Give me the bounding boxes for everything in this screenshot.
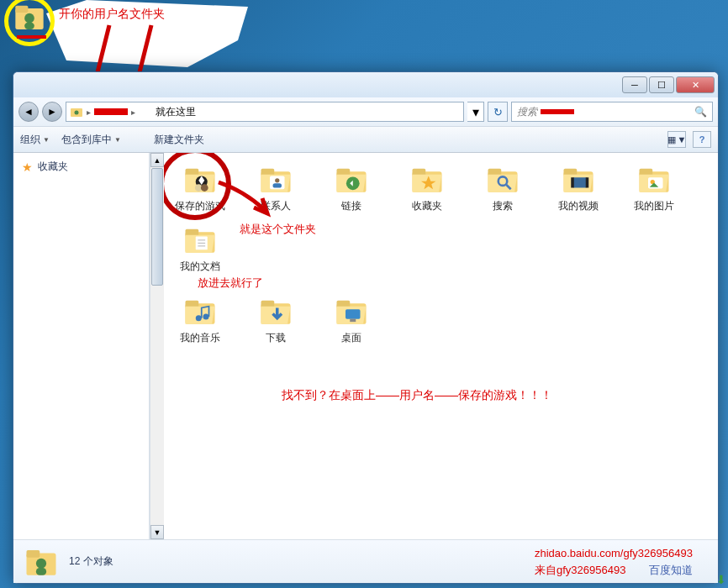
- folder-item-games[interactable]: 保存的游戏: [171, 161, 229, 212]
- back-button[interactable]: ◄: [18, 102, 39, 122]
- svg-rect-15: [273, 183, 282, 187]
- nav-bar: ◄ ► ▸ ▸ 就在这里 ▾ ↻ 搜索 🔍: [13, 97, 718, 126]
- svg-rect-53: [36, 568, 46, 575]
- search-box[interactable]: 搜索 🔍: [511, 102, 713, 122]
- music-folder-icon: [180, 293, 220, 328]
- sidebar-favorites[interactable]: ★ 收藏夹: [13, 156, 149, 177]
- svg-point-14: [275, 178, 279, 182]
- download-corner-icon: ⬇: [716, 573, 726, 586]
- folder-label: 我的图片: [634, 200, 674, 212]
- scroll-thumb[interactable]: [151, 168, 163, 286]
- user-folder-desktop-icon[interactable]: [13, 0, 46, 34]
- svg-point-2: [24, 13, 34, 24]
- new-folder-button[interactable]: 新建文件夹: [154, 133, 204, 147]
- svg-rect-28: [571, 177, 574, 187]
- content-area: ★ 收藏夹 ▲ ▼ 保存的游戏联系人链接收藏夹搜索我的视频我的图片我的文档我的音…: [13, 153, 718, 539]
- folder-item-desktop[interactable]: 桌面: [322, 293, 381, 344]
- toolbar: 组织▼ 包含到库中▼ ▼ 新建文件夹 ▦▼ ?: [13, 126, 718, 153]
- svg-rect-29: [586, 177, 589, 187]
- folder-label: 联系人: [261, 200, 291, 212]
- user-folder-icon: [70, 105, 83, 118]
- desktop-folder-icon: [331, 293, 372, 328]
- favorites-folder-icon: [407, 161, 447, 197]
- folder-label: 桌面: [341, 332, 361, 344]
- svg-rect-48: [346, 309, 361, 318]
- videos-folder-icon: [558, 161, 599, 197]
- close-button[interactable]: ✕: [676, 76, 715, 93]
- organize-menu[interactable]: 组织▼: [20, 133, 50, 147]
- folder-item-music[interactable]: 我的音乐: [171, 293, 229, 344]
- redacted-search: [541, 109, 574, 114]
- svg-point-52: [36, 558, 46, 568]
- top-annotation-text: 开你的用户名文件夹: [59, 7, 165, 22]
- svg-rect-51: [27, 550, 40, 558]
- folder-label: 搜索: [493, 200, 513, 212]
- redacted-username: [94, 108, 128, 115]
- folder-label: 保存的游戏: [175, 200, 225, 212]
- folder-item-documents[interactable]: 我的文档: [171, 222, 229, 272]
- address-text: 就在这里: [156, 105, 196, 119]
- minimize-button[interactable]: ─: [622, 76, 647, 93]
- documents-folder-icon: [180, 222, 220, 257]
- folder-label: 我的文档: [180, 260, 220, 272]
- scroll-down[interactable]: ▼: [150, 525, 164, 539]
- folder-item-favorites[interactable]: 收藏夹: [398, 161, 456, 212]
- status-count: 12 个对象: [69, 554, 113, 569]
- search-placeholder: 搜索: [517, 105, 537, 119]
- star-icon: ★: [22, 160, 33, 174]
- footer-site: 百度知道: [649, 564, 693, 576]
- help-button[interactable]: ?: [693, 131, 711, 148]
- svg-point-10: [201, 184, 208, 192]
- main-pane: 保存的游戏联系人链接收藏夹搜索我的视频我的图片我的文档我的音乐下载桌面 就是这个…: [164, 153, 718, 539]
- folder-item-pictures[interactable]: 我的图片: [625, 161, 683, 212]
- folder-label: 下载: [266, 332, 286, 344]
- folder-label: 链接: [341, 200, 361, 212]
- search-icon: 🔍: [694, 106, 707, 118]
- links-folder-icon: [331, 161, 372, 197]
- include-library-menu[interactable]: 包含到库中▼: [61, 133, 121, 147]
- scroll-up[interactable]: ▲: [150, 153, 164, 167]
- svg-point-5: [75, 111, 79, 115]
- maximize-button[interactable]: ☐: [649, 76, 674, 93]
- sidebar: ★ 收藏夹: [13, 153, 150, 539]
- refresh-button[interactable]: ↻: [488, 102, 508, 122]
- contacts-folder-icon: [256, 161, 296, 197]
- folder-item-downloads[interactable]: 下载: [246, 293, 305, 344]
- search-folder-icon: [483, 161, 523, 197]
- title-bar: ─ ☐ ✕: [13, 72, 718, 97]
- svg-rect-1: [15, 6, 28, 13]
- footer-attribution: zhidao.baidu.com/gfy326956493 来自gfy32695…: [535, 545, 693, 578]
- red-underline: [17, 35, 46, 39]
- svg-rect-27: [572, 177, 588, 187]
- folder-grid: 保存的游戏联系人链接收藏夹搜索我的视频我的图片我的文档我的音乐下载桌面: [171, 161, 711, 344]
- chevron-icon: ▸: [131, 108, 135, 117]
- view-options-button[interactable]: ▦▼: [667, 131, 686, 148]
- sidebar-scrollbar[interactable]: ▲ ▼: [150, 153, 164, 539]
- forward-button[interactable]: ►: [42, 102, 62, 122]
- games-folder-icon: [180, 161, 220, 197]
- svg-point-42: [196, 315, 202, 321]
- status-bar: 12 个对象 zhidao.baidu.com/gfy326956493 来自g…: [13, 539, 718, 583]
- desktop-region: 开你的用户名文件夹: [0, 0, 728, 67]
- svg-rect-49: [350, 318, 356, 322]
- folder-label: 我的视频: [558, 200, 599, 212]
- sidebar-favorites-label: 收藏夹: [38, 160, 68, 174]
- footer-url: zhidao.baidu.com/gfy326956493: [535, 545, 693, 562]
- explorer-window: ─ ☐ ✕ ◄ ► ▸ ▸ 就在这里 ▾ ↻ 搜索 🔍 组织▼ 包含到库中▼ ▼…: [13, 71, 719, 584]
- folder-item-search[interactable]: 搜索: [473, 161, 532, 212]
- folder-label: 我的音乐: [180, 332, 220, 344]
- folder-item-contacts[interactable]: 联系人: [246, 161, 305, 212]
- chevron-icon: ▸: [87, 108, 91, 117]
- downloads-folder-icon: [256, 293, 296, 328]
- folder-item-videos[interactable]: 我的视频: [549, 161, 608, 212]
- svg-rect-3: [24, 23, 34, 29]
- cant-find-text: 找不到？在桌面上——用户名——保存的游戏！！！: [282, 388, 552, 403]
- folder-item-links[interactable]: 链接: [322, 161, 381, 212]
- folder-label: 收藏夹: [412, 200, 442, 212]
- footer-from: 来自gfy326956493: [535, 564, 625, 576]
- address-bar[interactable]: ▸ ▸ 就在这里: [66, 102, 464, 122]
- svg-point-43: [203, 313, 209, 319]
- status-folder-icon: [24, 544, 59, 580]
- address-dropdown[interactable]: ▾: [467, 102, 484, 122]
- pictures-folder-icon: [634, 161, 674, 197]
